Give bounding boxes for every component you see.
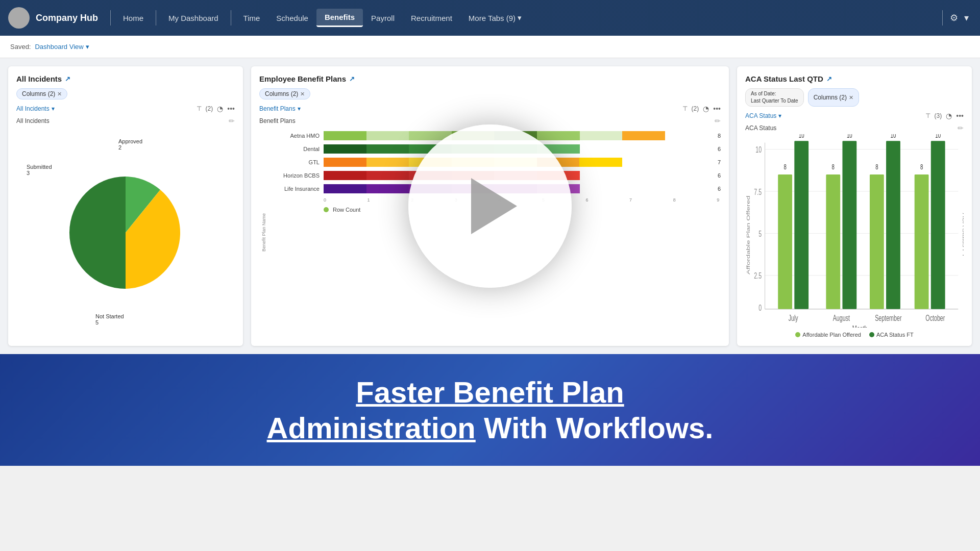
aca-status-dropdown[interactable]: ACA Status ▾: [745, 112, 781, 119]
svg-text:September: September: [875, 313, 902, 322]
aca-bar-sep-affordable: [870, 174, 884, 309]
filter-count: (3): [935, 112, 942, 119]
nav-home[interactable]: Home: [115, 10, 152, 27]
pie-chart-area: Approved2 Submitted3 Not Started5: [16, 127, 235, 338]
dropdown-icon[interactable]: ▾: [961, 9, 972, 27]
nav-recruitment[interactable]: Recruitment: [403, 10, 460, 27]
svg-text:8: 8: [832, 163, 835, 171]
saved-bar: Saved: Dashboard View ▾: [0, 36, 980, 58]
nav-benefits[interactable]: Benefits: [316, 9, 363, 27]
svg-text:8: 8: [920, 163, 923, 171]
incidents-row-header: All Incidents ✏: [16, 117, 235, 125]
benefits-columns-tag[interactable]: Columns (2) ✕: [259, 88, 310, 99]
svg-text:5: 5: [758, 229, 762, 239]
svg-text:10: 10: [755, 145, 762, 155]
aca-ext-link[interactable]: ↗: [826, 75, 832, 83]
aca-legend: Affordable Plan Offered ACA Status FT: [745, 332, 964, 338]
aca-bar-oct-affordable: [915, 174, 929, 309]
nav-divider-3: [231, 10, 231, 26]
approved-label: Approved2: [118, 138, 142, 151]
incidents-card: All Incidents ↗ Columns (2) ✕ All Incide…: [8, 66, 243, 346]
svg-text:7.5: 7.5: [754, 187, 762, 196]
aca-row-header: ACA Status ✏: [745, 124, 964, 132]
remove-columns-icon[interactable]: ✕: [57, 91, 62, 97]
dashboard-area: All Incidents ↗ Columns (2) ✕ All Incide…: [0, 58, 980, 354]
avatar: [8, 7, 30, 29]
more-options-icon[interactable]: •••: [227, 105, 235, 113]
svg-text:8: 8: [875, 163, 878, 171]
svg-text:ACA Status FT: ACA Status FT: [962, 213, 964, 257]
aca-filter-tags: As of Date: Last Quarter To Date Columns…: [745, 88, 964, 107]
benefits-ext-link[interactable]: ↗: [349, 75, 355, 83]
svg-text:August: August: [833, 313, 850, 322]
company-hub-label[interactable]: Company Hub: [36, 13, 98, 23]
all-incidents-dropdown[interactable]: All Incidents ▾: [16, 105, 55, 112]
svg-text:July: July: [789, 313, 798, 322]
incidents-title: All Incidents ↗: [16, 74, 235, 83]
svg-text:10: 10: [799, 134, 804, 139]
y-axis-title: Benefit Plan Name: [259, 127, 268, 338]
incidents-ext-link[interactable]: ↗: [65, 75, 70, 83]
filter-icon[interactable]: ⊤: [197, 105, 202, 112]
legend-dot: [324, 207, 329, 212]
more-options-icon[interactable]: •••: [713, 105, 721, 113]
chevron-down-icon: ▾: [298, 105, 301, 112]
filter-count: (2): [692, 105, 699, 112]
play-triangle-icon: [471, 178, 517, 234]
aca-controls: ACA Status ▾ ⊤ (3) ◔ •••: [745, 112, 964, 120]
remove-columns-icon[interactable]: ✕: [300, 91, 305, 97]
dashboard-view-dropdown[interactable]: Dashboard View ▾: [35, 43, 89, 51]
settings-icon[interactable]: ⚙: [947, 9, 961, 27]
aca-date-badge: As of Date: Last Quarter To Date: [745, 88, 804, 107]
filter-count: (2): [206, 105, 213, 112]
svg-text:October: October: [925, 313, 945, 322]
chart-type-icon[interactable]: ◔: [946, 112, 952, 120]
svg-text:Month: Month: [852, 324, 868, 328]
edit-icon[interactable]: ✏: [715, 117, 721, 125]
incidents-filter-tags: Columns (2) ✕: [16, 88, 235, 99]
filter-icon[interactable]: ⊤: [925, 112, 930, 119]
edit-icon[interactable]: ✏: [958, 124, 964, 132]
incidents-columns-tag[interactable]: Columns (2) ✕: [16, 88, 67, 99]
nav-bar: Company Hub Home My Dashboard Time Sched…: [0, 0, 980, 36]
remove-columns-icon[interactable]: ✕: [849, 94, 853, 101]
svg-text:10: 10: [935, 134, 941, 139]
aca-bar-aug-ft: [842, 141, 856, 309]
svg-text:10: 10: [891, 134, 896, 139]
pie-chart: [59, 166, 192, 299]
submitted-label: Submitted3: [27, 164, 52, 176]
benefits-title: Employee Benefit Plans ↗: [259, 74, 721, 83]
aca-ft-legend-dot: [869, 332, 874, 337]
not-started-label: Not Started5: [95, 313, 124, 325]
aca-bar-aug-affordable: [826, 174, 840, 309]
benefit-plans-dropdown[interactable]: Benefit Plans ▾: [259, 105, 301, 112]
benefits-card: Employee Benefit Plans ↗ Columns (2) ✕ B…: [251, 66, 729, 346]
aca-chart-container: 10 7.5 5 2.5 0 Affordable Plan Offered: [745, 134, 964, 328]
incidents-controls: All Incidents ▾ ⊤ (2) ◔ •••: [16, 105, 235, 113]
promo-title: Faster Benefit Plan Administration With …: [267, 374, 714, 445]
aca-card: ACA Status Last QTD ↗ As of Date: Last Q…: [737, 66, 972, 346]
aca-title: ACA Status Last QTD ↗: [745, 74, 964, 83]
nav-time[interactable]: Time: [235, 10, 268, 27]
promo-banner: Faster Benefit Plan Administration With …: [0, 354, 980, 466]
aca-columns-tag[interactable]: Columns (2) ✕: [808, 88, 859, 107]
aca-bar-july-ft: [794, 141, 808, 309]
aca-bar-july-affordable: [778, 174, 792, 309]
chart-type-icon[interactable]: ◔: [217, 105, 223, 113]
chart-type-icon[interactable]: ◔: [703, 105, 709, 113]
benefits-row-header: Benefit Plans ✏: [259, 117, 721, 125]
nav-more-tabs[interactable]: More Tabs (9) ▾: [460, 9, 530, 27]
benefits-filter-tags: Columns (2) ✕: [259, 88, 721, 99]
affordable-legend-dot: [795, 332, 800, 337]
nav-schedule[interactable]: Schedule: [268, 10, 316, 27]
nav-payroll[interactable]: Payroll: [363, 10, 403, 27]
video-play-button[interactable]: [408, 124, 572, 288]
more-options-icon[interactable]: •••: [956, 112, 964, 120]
edit-icon[interactable]: ✏: [229, 117, 235, 125]
nav-my-dashboard[interactable]: My Dashboard: [160, 10, 227, 27]
nav-divider-2: [156, 10, 156, 26]
aca-bar-oct-ft: [931, 141, 945, 309]
svg-text:8: 8: [783, 163, 786, 171]
svg-text:2.5: 2.5: [754, 271, 762, 281]
filter-icon[interactable]: ⊤: [682, 105, 688, 112]
